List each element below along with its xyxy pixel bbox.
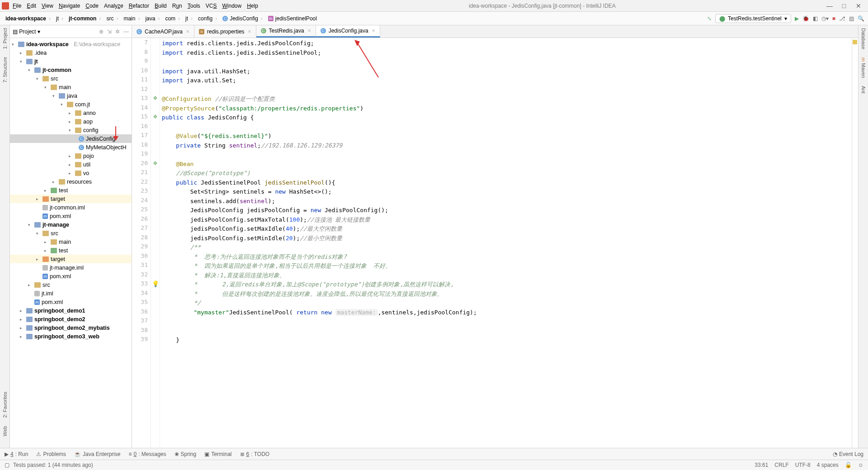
coverage-icon[interactable]: ◧	[813, 15, 818, 22]
menu-run[interactable]: Run	[172, 3, 182, 9]
menu-file[interactable]: FFileile	[13, 3, 21, 9]
settings-icon[interactable]: ✲	[115, 28, 120, 35]
line-separator[interactable]: CRLF	[774, 462, 788, 468]
project-tree[interactable]: ▾idea-workspace E:\idea-workspace ▸.idea…	[10, 38, 132, 448]
expand-icon[interactable]: ⇲	[107, 28, 112, 35]
menu-tools[interactable]: Tools	[188, 3, 200, 9]
status-message: Tests passed: 1 (44 minutes ago)	[13, 462, 93, 468]
tool-project[interactable]: 1: Project	[2, 28, 8, 49]
close-tab-icon[interactable]: ×	[186, 28, 189, 35]
crumb-idea-workspace[interactable]: idea-workspace›	[4, 14, 53, 23]
maximize-icon[interactable]: □	[841, 2, 847, 9]
error-stripe[interactable]	[852, 38, 858, 448]
tool-spring[interactable]: ❀ Spring	[175, 451, 197, 457]
tool-run[interactable]: ▶ 4: 4: RunRun	[5, 451, 28, 457]
code-area[interactable]: 7891011121314151617181920212223242526272…	[132, 38, 858, 448]
tab-redisprops[interactable]: ≡redis.properties×	[194, 25, 256, 38]
menu-vcs[interactable]: VCS	[206, 3, 217, 9]
indent-setting[interactable]: 4 spaces	[817, 462, 839, 468]
close-tab-icon[interactable]: ×	[308, 28, 311, 34]
crumb-com[interactable]: com›	[163, 14, 183, 23]
readonly-icon[interactable]: 🔓	[845, 462, 852, 468]
menu-window[interactable]: Window	[222, 3, 241, 9]
tool-messages[interactable]: ≡ 0: Messages	[128, 451, 166, 457]
close-icon[interactable]: ✕	[855, 2, 862, 9]
tool-problems[interactable]: ⚠ Problems	[36, 451, 66, 457]
crumb-method[interactable]: mjedisSentinelPool	[266, 14, 319, 23]
locate-icon[interactable]: ⊕	[99, 28, 104, 35]
profile-icon[interactable]: ◷▾	[821, 15, 829, 22]
tab-jedisconfig[interactable]: CJedisConfig.java×	[316, 25, 380, 38]
menu-refactor[interactable]: Refactor	[129, 3, 149, 9]
editor-tabs: CCacheAOP.java× ≡redis.properties× CTest…	[132, 25, 858, 38]
search-icon[interactable]: 🔍	[858, 15, 864, 22]
caret-position[interactable]: 33:61	[755, 462, 768, 468]
crumb-jt2[interactable]: jt›	[184, 14, 195, 23]
run-icon[interactable]: ▶	[795, 15, 799, 22]
annotation-arrow-icon	[354, 39, 385, 80]
tool-database[interactable]: Database	[861, 28, 866, 49]
tool-web[interactable]: Web	[2, 426, 8, 436]
tab-cacheaop[interactable]: CCacheAOP.java×	[132, 25, 194, 38]
stop-icon[interactable]: ■	[832, 15, 835, 22]
inspection-icon[interactable]: ☺	[858, 462, 863, 468]
bottom-tool-bar: ▶ 4: 4: RunRun ⚠ Problems ☕ Java Enterpr…	[0, 448, 868, 460]
file-encoding[interactable]: UTF-8	[795, 462, 811, 468]
editor: CCacheAOP.java× ≡redis.properties× CTest…	[132, 25, 858, 448]
tool-favorites[interactable]: 2: Favorites	[2, 392, 8, 418]
app-logo-icon	[2, 2, 9, 9]
menu-help[interactable]: Help	[247, 3, 258, 9]
tab-testredis[interactable]: CTestRedis.java×	[256, 25, 316, 38]
line-numbers: 7891011121314151617181920212223242526272…	[132, 38, 151, 448]
tool-java-ee[interactable]: ☕ Java Enterprise	[74, 451, 120, 457]
tool-terminal[interactable]: ▣ Terminal	[204, 451, 231, 457]
crumb-java[interactable]: java›	[143, 14, 162, 23]
titlebar: FFileile Edit View Navigate Code Analyze…	[0, 0, 868, 12]
menu-build[interactable]: Build	[155, 3, 167, 9]
tool-ant[interactable]: Ant	[861, 86, 866, 94]
crumb-src[interactable]: src›	[104, 14, 121, 23]
tool-maven[interactable]: m Maven	[861, 57, 866, 78]
git-icon[interactable]: ⎇	[839, 15, 845, 22]
project-panel: ▤ Project ▾ ⊕ ⇲ ✲ — ▾idea-workspace E:\i…	[10, 25, 132, 448]
build-icon[interactable]: ⤡	[707, 15, 712, 22]
crumb-jt-common[interactable]: jt-common›	[67, 14, 104, 23]
tree-selected-jedisconfig: CJedisConfig	[10, 134, 132, 143]
warning-marker-icon[interactable]	[853, 40, 857, 44]
crumb-jt[interactable]: jt›	[54, 14, 66, 23]
menu-code[interactable]: Code	[85, 3, 99, 9]
left-tool-gutter: 1: Project 7: Structure 2: Favorites Web	[0, 25, 10, 448]
event-log[interactable]: ◔ Event Log	[833, 451, 863, 457]
menu-edit[interactable]: Edit	[27, 3, 36, 9]
main-menu: FFileile Edit View Navigate Code Analyze…	[13, 3, 258, 9]
navigation-bar: idea-workspace› jt› jt-common› src› main…	[0, 12, 868, 25]
status-bar-icon[interactable]: ▢	[5, 462, 9, 468]
status-bar: ▢ Tests passed: 1 (44 minutes ago) 33:61…	[0, 460, 868, 470]
close-tab-icon[interactable]: ×	[372, 28, 375, 34]
menu-analyze[interactable]: Analyze	[104, 3, 123, 9]
debug-icon[interactable]: 🐞	[802, 15, 809, 22]
source-code[interactable]: import redis.clients.jedis.JedisPoolConf…	[160, 38, 852, 448]
right-tool-gutter: Database m Maven Ant	[858, 25, 868, 448]
gutter-icons: ❖❖❖💡	[151, 38, 160, 448]
crumb-main[interactable]: main›	[122, 14, 142, 23]
minimize-icon[interactable]: —	[826, 2, 833, 9]
crumb-config[interactable]: config›	[196, 14, 220, 23]
structure-icon[interactable]: ▤	[849, 15, 854, 22]
hide-icon[interactable]: —	[123, 28, 129, 35]
menu-view[interactable]: View	[42, 3, 53, 9]
breadcrumb: idea-workspace› jt› jt-common› src› main…	[4, 14, 319, 23]
crumb-class[interactable]: CJedisConfig›	[221, 14, 265, 23]
run-config-select[interactable]: ⬤TestRedis.testSentinel▾	[715, 14, 791, 23]
tool-structure[interactable]: 7: Structure	[2, 57, 8, 83]
project-view-label[interactable]: ▤ Project ▾	[13, 28, 40, 35]
menu-navigate[interactable]: Navigate	[59, 3, 80, 9]
window-title: idea-workspace - JedisConfig.java [jt-co…	[258, 3, 826, 9]
close-tab-icon[interactable]: ×	[248, 28, 251, 35]
tool-todo[interactable]: ≣ 6: TODO	[240, 451, 270, 457]
